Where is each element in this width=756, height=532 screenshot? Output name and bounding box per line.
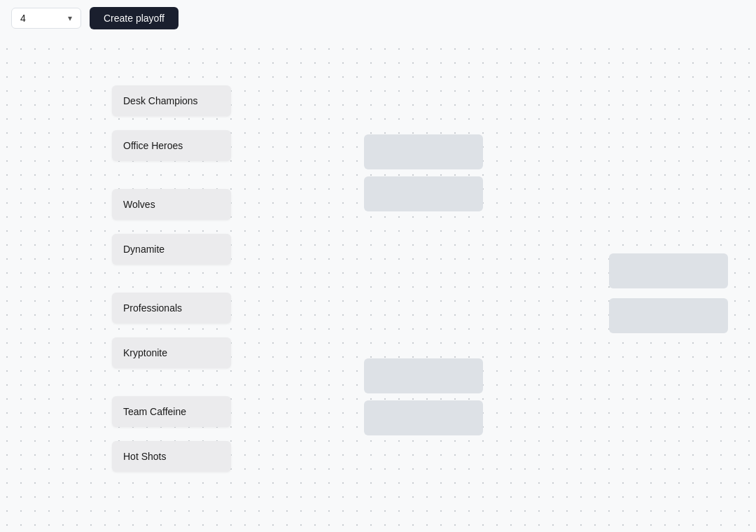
final-box [609, 253, 728, 288]
round1-teams: Desk Champions Office Heroes Wolves Dyna… [112, 85, 231, 472]
round3-final [609, 253, 728, 343]
team-card: Office Heroes [112, 130, 231, 161]
final-box [609, 298, 728, 333]
create-playoff-button[interactable]: Create playoff [90, 7, 178, 29]
chevron-down-icon: ▾ [68, 13, 72, 23]
dropdown-value: 4 [20, 13, 26, 24]
semifinal-box [364, 176, 483, 211]
team-card: Desk Champions [112, 85, 231, 116]
main-content: 4 ▾ Create playoff Desk Champions Office… [0, 0, 756, 532]
round2-bottom [364, 358, 483, 442]
teams-count-dropdown[interactable]: 4 ▾ [11, 8, 81, 29]
semifinal-box [364, 400, 483, 435]
team-card: Dynamite [112, 234, 231, 265]
semifinal-box [364, 134, 483, 169]
semifinal-box [364, 358, 483, 393]
toolbar: 4 ▾ Create playoff [0, 0, 756, 36]
team-card: Wolves [112, 189, 231, 220]
team-card: Kryptonite [112, 337, 231, 368]
team-card: Professionals [112, 293, 231, 323]
round2-top [364, 134, 483, 218]
team-card: Team Caffeine [112, 396, 231, 427]
bracket-area: Desk Champions Office Heroes Wolves Dyna… [0, 36, 756, 531]
team-card: Hot Shots [112, 441, 231, 472]
